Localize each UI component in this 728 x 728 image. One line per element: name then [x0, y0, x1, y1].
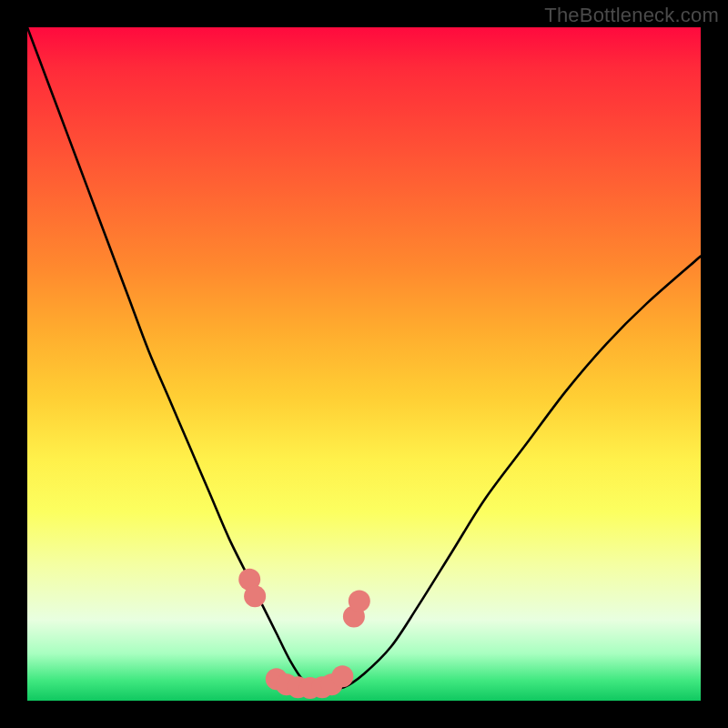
watermark-text: TheBottleneck.com — [544, 4, 719, 27]
chart-frame: TheBottleneck.com — [0, 0, 728, 728]
chart-plot-area — [27, 27, 701, 701]
